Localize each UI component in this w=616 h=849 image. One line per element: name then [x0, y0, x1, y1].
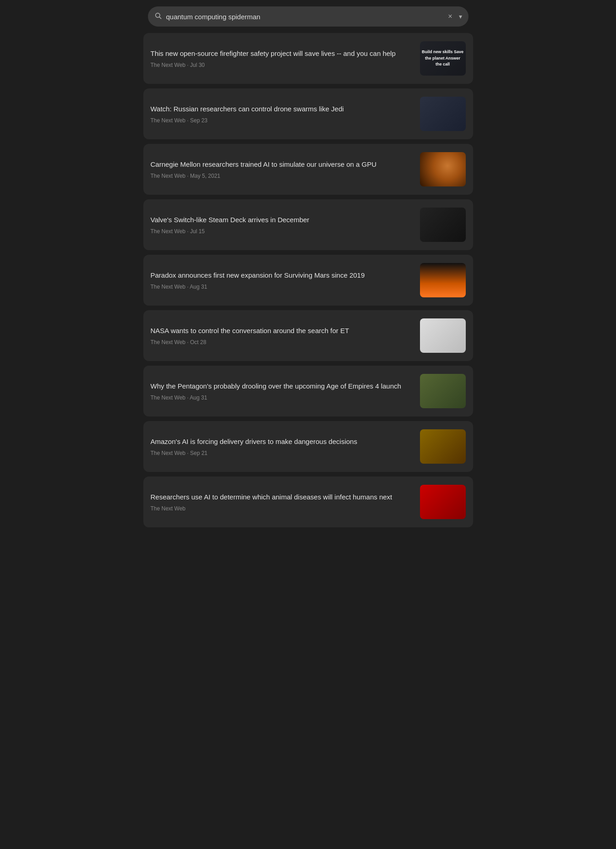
result-thumbnail [420, 97, 466, 131]
result-thumbnail [420, 318, 466, 353]
result-meta: The Next Web · Aug 31 [151, 284, 414, 290]
result-meta: The Next Web · Aug 31 [151, 394, 414, 401]
search-clear-button[interactable]: × [448, 12, 452, 21]
result-card[interactable]: This new open-source firefighter safety … [143, 33, 473, 84]
result-title: Watch: Russian researchers can control d… [151, 104, 414, 114]
result-text: Valve's Switch-like Steam Deck arrives i… [151, 215, 414, 235]
search-bar: × ▾ [148, 6, 469, 27]
result-title: Valve's Switch-like Steam Deck arrives i… [151, 215, 414, 225]
result-thumbnail [420, 263, 466, 297]
svg-line-1 [159, 17, 161, 19]
result-meta: The Next Web [151, 505, 414, 512]
result-meta: The Next Web · Sep 23 [151, 117, 414, 124]
result-thumbnail: Build new skills Save the planet Answer … [420, 41, 466, 76]
result-card[interactable]: Valve's Switch-like Steam Deck arrives i… [143, 199, 473, 250]
result-text: Carnegie Mellon researchers trained AI t… [151, 159, 414, 179]
thumbnail-overlay-text: Build new skills Save the planet Answer … [420, 41, 466, 76]
result-text: Amazon's AI is forcing delivery drivers … [151, 437, 414, 456]
result-text: NASA wants to control the conversation a… [151, 326, 414, 345]
result-card[interactable]: Carnegie Mellon researchers trained AI t… [143, 144, 473, 195]
result-title: NASA wants to control the conversation a… [151, 326, 414, 335]
result-thumbnail [420, 152, 466, 186]
result-meta: The Next Web · Jul 30 [151, 62, 414, 68]
result-meta: The Next Web · Oct 28 [151, 339, 414, 345]
result-card[interactable]: Amazon's AI is forcing delivery drivers … [143, 421, 473, 472]
search-input[interactable] [166, 13, 444, 21]
result-card[interactable]: Researchers use AI to determine which an… [143, 477, 473, 527]
result-text: Paradox announces first new expansion fo… [151, 270, 414, 290]
result-meta: The Next Web · May 5, 2021 [151, 173, 414, 179]
result-card[interactable]: NASA wants to control the conversation a… [143, 310, 473, 361]
result-card[interactable]: Paradox announces first new expansion fo… [143, 255, 473, 306]
result-text: Why the Pentagon's probably drooling ove… [151, 381, 414, 401]
result-meta: The Next Web · Jul 15 [151, 228, 414, 235]
result-title: Carnegie Mellon researchers trained AI t… [151, 159, 414, 169]
result-card[interactable]: Watch: Russian researchers can control d… [143, 88, 473, 139]
result-thumbnail [420, 429, 466, 464]
result-text: This new open-source firefighter safety … [151, 49, 414, 68]
result-title: This new open-source firefighter safety … [151, 49, 414, 58]
result-card[interactable]: Why the Pentagon's probably drooling ove… [143, 366, 473, 416]
result-title: Researchers use AI to determine which an… [151, 492, 414, 502]
search-bar-container: × ▾ [0, 0, 616, 33]
result-title: Paradox announces first new expansion fo… [151, 270, 414, 280]
result-title: Amazon's AI is forcing delivery drivers … [151, 437, 414, 446]
result-thumbnail [420, 374, 466, 408]
result-meta: The Next Web · Sep 21 [151, 450, 414, 456]
result-text: Researchers use AI to determine which an… [151, 492, 414, 512]
result-text: Watch: Russian researchers can control d… [151, 104, 414, 124]
search-dropdown-button[interactable]: ▾ [459, 13, 462, 20]
results-list: This new open-source firefighter safety … [134, 33, 482, 537]
result-thumbnail [420, 485, 466, 519]
search-icon [154, 12, 162, 21]
result-thumbnail [420, 208, 466, 242]
result-title: Why the Pentagon's probably drooling ove… [151, 381, 414, 391]
